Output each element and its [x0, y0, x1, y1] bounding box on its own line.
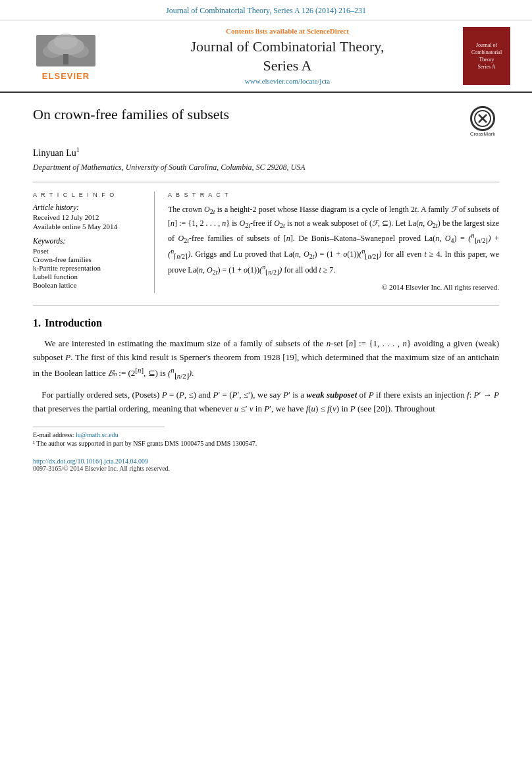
- author-name: Linyuan Lu: [33, 148, 76, 158]
- banner-url[interactable]: www.elsevier.com/locate/jcta: [112, 77, 463, 85]
- elsevier-logo: ELSEVIER: [20, 32, 112, 81]
- cover-box: Journal of Combinatorial Theory Series A: [463, 27, 510, 85]
- two-col-section: A R T I C L E I N F O Article history: R…: [33, 192, 499, 294]
- keywords-title: Keywords:: [33, 237, 144, 245]
- author-superscript: 1: [76, 146, 80, 153]
- banner-journal-title: Journal of Combinatorial Theory, Series …: [112, 38, 463, 75]
- paper-title-row: On crown-free families of subsets CrossM…: [33, 106, 499, 137]
- doi-link[interactable]: http://dx.doi.org/10.1016/j.jcta.2014.04…: [33, 458, 499, 465]
- crossmark-icon: [470, 106, 495, 131]
- divider-2: [33, 305, 499, 305]
- article-info-col: A R T I C L E I N F O Article history: R…: [33, 192, 155, 294]
- keyword-0: Poset: [33, 247, 144, 255]
- keyword-1: Crown-free families: [33, 255, 144, 263]
- top-journal-link[interactable]: Journal of Combinatorial Theory, Series …: [166, 6, 366, 15]
- body-paragraph-2: For partially ordered sets, (Posets) P =…: [33, 388, 499, 416]
- sciencedirect-link[interactable]: ScienceDirect: [307, 27, 349, 35]
- sciencedirect-line: Contents lists available at ScienceDirec…: [112, 27, 463, 35]
- footnote-email-link[interactable]: lu@math.sc.edu: [76, 431, 119, 438]
- crossmark-label: CrossMark: [466, 131, 499, 137]
- footnote-1: ¹ The author was supported in part by NS…: [33, 440, 499, 447]
- author-line: Linyuan Lu1: [33, 146, 499, 159]
- abstract-text: The crown O2t is a height-2 poset whose …: [168, 203, 499, 294]
- paper-title: On crown-free families of subsets: [33, 106, 460, 123]
- abstract-col: A B S T R A C T The crown O2t is a heigh…: [168, 192, 499, 294]
- received-date: Received 12 July 2012: [33, 213, 144, 221]
- keyword-3: Lubell function: [33, 273, 144, 280]
- main-content: On crown-free families of subsets CrossM…: [0, 93, 532, 485]
- article-history-title: Article history:: [33, 203, 144, 211]
- copyright-notice: © 2014 Elsevier Inc. All rights reserved…: [168, 282, 499, 293]
- available-date: Available online 5 May 2014: [33, 223, 144, 230]
- abstract-header: A B S T R A C T: [168, 192, 499, 198]
- journal-cover: Journal of Combinatorial Theory Series A: [463, 27, 512, 85]
- body-paragraph-1: We are interested in estimating the maxi…: [33, 337, 499, 382]
- svg-point-5: [54, 34, 78, 49]
- banner-center: Contents lists available at ScienceDirec…: [112, 27, 463, 84]
- keyword-2: k-Partite representation: [33, 264, 144, 272]
- affiliation: Department of Mathematics, University of…: [33, 163, 499, 172]
- bottom-copyright: 0097-3165/© 2014 Elsevier Inc. All right…: [33, 465, 499, 472]
- elsevier-tree-icon: [33, 32, 99, 71]
- footnote-divider: [33, 427, 165, 427]
- footnote-email-label: E-mail address:: [33, 431, 74, 438]
- svg-rect-4: [63, 54, 68, 65]
- section-title: Introduction: [45, 317, 102, 329]
- journal-banner: ELSEVIER Contents lists available at Sci…: [0, 20, 532, 93]
- top-journal-bar: Journal of Combinatorial Theory, Series …: [0, 0, 532, 20]
- keyword-4: Boolean lattice: [33, 281, 144, 289]
- article-info-header: A R T I C L E I N F O: [33, 192, 144, 198]
- section-number: 1.: [33, 317, 41, 329]
- elsevier-wordmark: ELSEVIER: [42, 71, 90, 81]
- divider-1: [33, 182, 499, 182]
- footnote-email: E-mail address: lu@math.sc.edu: [33, 431, 499, 438]
- crossmark-badge: CrossMark: [466, 106, 499, 137]
- section-1-heading: 1.Introduction: [33, 317, 499, 329]
